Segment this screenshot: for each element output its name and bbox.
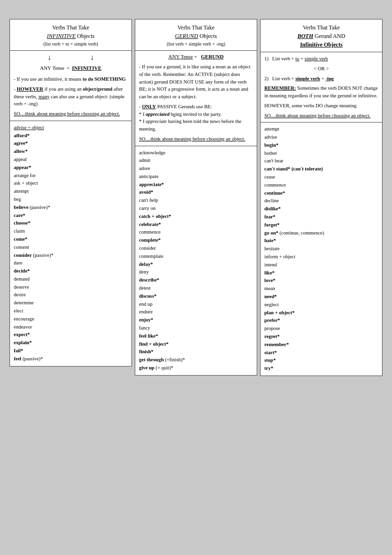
col1-word-choose: choose* [14,219,128,227]
col3-word-intend: intend [264,261,378,269]
col3-desc4: HOWEVER, some verbs DO change meaning [264,102,378,110]
col1-word-attempt: attempt [14,188,128,196]
col1-header: Verbs That Take INFINITIVE Objects (list… [10,19,131,51]
col2-word-getthrough: get through (=finish)* [139,356,253,364]
col1-desc-p3: SO....think about meaning before choosin… [14,110,128,118]
col2-subtitle: (list verb + simple verb + -ing) [139,40,253,47]
col3-word-plan: plan + object* [264,309,378,317]
column-2: Verbs That Take GERUND Objects (list ver… [135,19,257,376]
col2-title-line2: GERUND Objects [139,32,253,40]
col3-title-line2: BOTH Gerund AND [264,32,378,40]
col2-title-text1: Verbs That Take [177,24,215,31]
col1-word-care: care* [14,212,128,220]
col3-word-start: start* [264,349,378,357]
col1-desc-p1: - If you use an infinitive, it means to … [14,75,128,83]
col3-word-like: like* [264,269,378,277]
col2-desc-p1: - If you use a gerund, it is like using … [139,63,253,101]
column-1: Verbs That Take INFINITIVE Objects (list… [9,19,132,367]
col2-word-appreciate: appreciate* [139,181,253,189]
col1-word-claim: claim [14,227,128,235]
col2-title-objects: Objects [200,33,217,39]
col3-word-cease: cease [264,173,378,181]
col1-word-deserve: deserve [14,283,128,292]
col1-word-endeavor: endeavor [14,323,128,331]
col3-word-stop: stop* [264,357,378,365]
col1-title-objects: Objects [77,33,95,39]
col3-word-need: need* [264,293,378,301]
col1-word-elect: elect [14,307,128,315]
col1-word-consent: consent [14,244,128,252]
col1-word-decide: decide* [14,267,128,275]
col3-both: BOTH [298,33,313,39]
col3-word-inform: inform + object [264,253,378,261]
col1-subtitle: (list verb + to + simple verb) [14,40,128,47]
col3-word-advise: advise [264,133,378,141]
col3-title-line1: Verbs That Take [264,23,378,32]
col2-desc-p2: - ONLY PASSIVE Gerunds use BE:* I apprec… [139,103,253,133]
col3-word-cantbear: can't bear [264,157,378,165]
col1-word-consider: consider (passive)* [14,252,128,260]
col2-italic-underline: GERUND [175,33,198,39]
col2-title-line1: Verbs That Take [139,23,253,32]
col1-word-beg: beg [14,196,128,204]
col1-list-header: advise + object [14,124,128,132]
col3-word-try: try* [264,365,378,373]
col3-word-regret: regret* [264,333,378,341]
col1-word-afford: afford* [14,132,128,140]
col1-title-line2: INFINITIVE Objects [14,32,128,40]
col2-header: Verbs That Take GERUND Objects (list ver… [135,19,257,51]
column-3: Verbs That Take BOTH Gerund AND Infiniti… [260,19,383,376]
col3-word-propose: propose [264,325,378,333]
col1-word-agree: agree* [14,140,128,148]
col2-formula: ANY Tense + GERUND [135,51,257,60]
col3-word-forget: forget* [264,221,378,229]
col3-description: 1) List verb + to + simple verb < OR > 2… [261,52,382,122]
col2-word-discuss: discuss* [139,292,253,301]
col2-word-anticipate: anticipate [139,173,253,181]
col2-word-celebrate: celebrate* [139,221,253,229]
col3-word-continue: continue* [264,189,378,198]
col2-word-acknowledge: acknowledge [139,149,253,157]
col1-word-feel: feel (passive)* [14,355,128,363]
col3-word-begin: begin* [264,141,378,150]
col2-word-feellike: feel like* [139,332,253,340]
col3-desc3: REMEMBER: Sometimes the verb DOES NOT ch… [264,85,378,100]
col1-word-arrange: arrange for [14,172,128,180]
col1-formula: ANY Tense + INFINITIVE [10,63,131,73]
col2-word-detest: detest [139,284,253,292]
page: Verbs That Take INFINITIVE Objects (list… [9,19,383,376]
col2-word-contemplate: contemplate [139,253,253,261]
col3-word-prefer: prefer* [264,317,378,325]
col3-word-dislike: dislike* [264,205,378,213]
col1-italic-underline: INFINITIVE [47,33,76,39]
col1-formula-text: ANY Tense + INFINITIVE [40,65,102,71]
column-2-wrapper: Verbs That Take GERUND Objects (list ver… [135,19,257,376]
col2-word-commence: commence [139,228,253,236]
col1-word-expect: expect* [14,331,128,339]
col3-word-commence: commence [264,181,378,189]
col3-word-hate: hate* [264,237,378,245]
col1-title-text1: Verbs That Take [52,24,89,31]
col1-word-demand: demand [14,275,128,283]
col1-arrows: ↓ ↓ [10,51,131,63]
col1-word-encourage: encourage [14,315,128,323]
col2-word-delay: delay* [139,261,253,269]
col1-word-determine: determine [14,299,128,307]
col2-word-consider: consider [139,245,253,253]
col1-title-line1: Verbs That Take [14,23,128,32]
col1-word-explain: explain* [14,339,128,347]
col1-word-come: come* [14,235,128,244]
col2-description: - If you use a gerund, it is like using … [135,60,257,146]
col2-word-describe: describe* [139,276,253,284]
col2-word-admit: admit [139,157,253,165]
col1-word-ask: ask + object [14,179,128,188]
col2-word-fancy: fancy [139,324,253,332]
col3-desc1: 1) List verb + to + simple verb [264,55,378,63]
col1-word-fail: fail* [14,347,128,355]
col3-header: Verbs That Take BOTH Gerund AND Infiniti… [261,19,382,52]
col2-word-enjoy: enjoy* [139,316,253,324]
col3-word-fear: fear* [264,213,378,221]
col3-title-text1: Verbs That Take [303,24,340,31]
col2-word-giveup: give up (= quit)* [139,364,253,372]
col3-desc-or: < OR > [264,65,378,73]
